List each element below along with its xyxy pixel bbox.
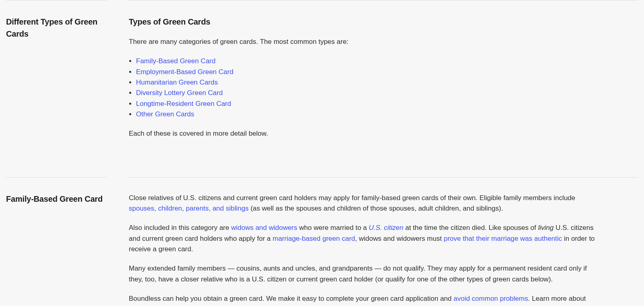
- link-other[interactable]: Other Green Cards: [136, 110, 194, 118]
- text: Also included in this category are: [129, 224, 231, 232]
- main-col: Types of Green Cards There are many cate…: [129, 0, 638, 148]
- side-heading-types: Different Types of Green Cards: [6, 16, 107, 40]
- link-relatives[interactable]: spouses, children, parents, and siblings: [129, 205, 249, 212]
- em-living: living: [538, 224, 554, 232]
- link-marriage-green-card[interactable]: marriage-based green card: [272, 235, 355, 242]
- list-item: Family-Based Green Card: [136, 56, 598, 66]
- list-item: Longtime-Resident Green Card: [136, 99, 598, 109]
- link-longtime-resident[interactable]: Longtime-Resident Green Card: [136, 100, 231, 108]
- link-employment-based[interactable]: Employment-Based Green Card: [136, 68, 233, 76]
- types-list: Family-Based Green Card Employment-Based…: [129, 56, 598, 120]
- types-section: Different Types of Green Cards Types of …: [6, 0, 638, 148]
- types-outro: Each of these is covered in more detail …: [129, 128, 598, 139]
- side-heading-family: Family-Based Green Card: [6, 193, 107, 205]
- text: . Learn more about: [528, 295, 586, 302]
- link-humanitarian[interactable]: Humanitarian Green Cards: [136, 79, 218, 86]
- side-col: Different Types of Green Cards: [6, 0, 107, 40]
- list-item: Employment-Based Green Card: [136, 67, 598, 77]
- link-avoid-problems[interactable]: avoid common problems: [454, 295, 528, 302]
- family-para-2: Also included in this category are widow…: [129, 223, 598, 254]
- text: Boundless can help you obtain a green ca…: [129, 295, 454, 302]
- em-us-citizen: U.S. citizen: [369, 224, 403, 232]
- family-para-4: Boundless can help you obtain a green ca…: [129, 294, 598, 306]
- list-item: Diversity Lottery Green Card: [136, 88, 598, 98]
- family-section: Family-Based Green Card Close relatives …: [6, 177, 638, 306]
- family-para-3: Many extended family members — cousins, …: [129, 263, 598, 285]
- text: who were married to a: [297, 224, 369, 232]
- text: (as well as the spouses and children of …: [249, 205, 503, 212]
- link-us-citizen[interactable]: U.S. citizen: [369, 224, 403, 232]
- link-prove-authentic[interactable]: prove that their marriage was authentic: [444, 235, 562, 242]
- text: at the time the citizen died. Like spous…: [403, 224, 538, 232]
- link-diversity-lottery[interactable]: Diversity Lottery Green Card: [136, 89, 223, 97]
- family-para-1: Close relatives of U.S. citizens and cur…: [129, 193, 598, 214]
- link-widows[interactable]: widows and widowers: [231, 224, 297, 232]
- side-col: Family-Based Green Card: [6, 177, 107, 205]
- text: , widows and widowers must: [355, 235, 444, 242]
- text: Close relatives of U.S. citizens and cur…: [129, 194, 575, 202]
- main-col: Close relatives of U.S. citizens and cur…: [129, 177, 638, 306]
- types-intro: There are many categories of green cards…: [129, 37, 598, 47]
- list-item: Humanitarian Green Cards: [136, 77, 598, 88]
- main-heading-types: Types of Green Cards: [129, 16, 598, 28]
- link-family-based[interactable]: Family-Based Green Card: [136, 57, 215, 65]
- list-item: Other Green Cards: [136, 109, 598, 120]
